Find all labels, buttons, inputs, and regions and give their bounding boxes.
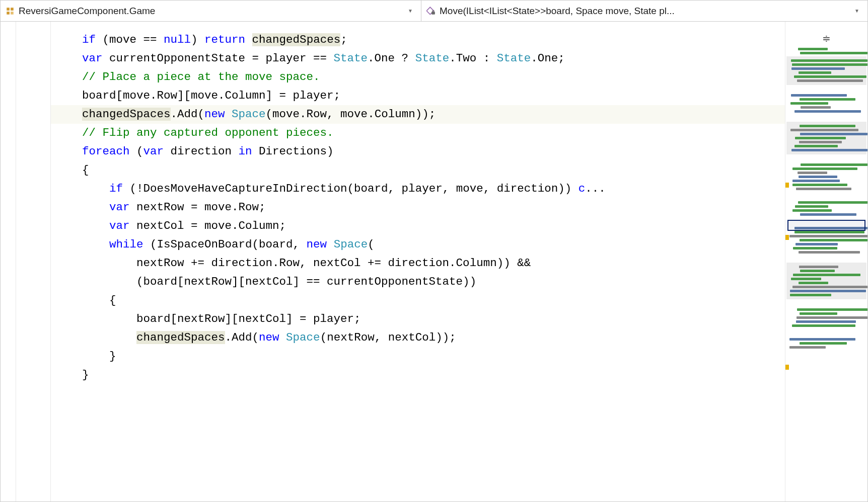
code-line[interactable]: if (!DoesMoveHaveCaptureInDirection(boar… <box>51 180 785 198</box>
minimap-block[interactable] <box>789 201 863 216</box>
minimap-block[interactable] <box>786 122 866 154</box>
chevron-down-icon[interactable]: ▼ <box>405 8 416 14</box>
change-marker <box>785 365 789 370</box>
code-line[interactable]: } <box>51 366 785 384</box>
split-handle-icon[interactable]: ≑ <box>785 31 867 46</box>
member-breadcrumb[interactable]: Move(IList<IList<State>>board, Space mov… <box>421 1 867 21</box>
minimap-viewport[interactable] <box>787 220 865 231</box>
code-line[interactable]: (board[nextRow][nextCol] == currentOppon… <box>51 273 785 291</box>
editor-container: if (move == null) return changedSpaces;v… <box>1 22 867 501</box>
editor-gutter[interactable] <box>1 22 51 501</box>
code-line[interactable]: { <box>51 291 785 310</box>
code-line[interactable]: } <box>51 347 785 366</box>
svg-rect-0 <box>7 8 10 11</box>
svg-rect-2 <box>7 12 10 15</box>
minimap-block[interactable] <box>789 308 863 327</box>
code-editor[interactable]: if (move == null) return changedSpaces;v… <box>51 22 785 501</box>
code-line[interactable]: changedSpaces.Add(new Space(move.Row, mo… <box>51 105 785 124</box>
change-marker <box>785 183 789 188</box>
minimap-block[interactable] <box>786 263 866 299</box>
svg-rect-1 <box>11 8 14 11</box>
code-line[interactable]: // Flip any captured opponent pieces. <box>51 124 785 142</box>
code-line[interactable]: board[nextRow][nextCol] = player; <box>51 310 785 328</box>
code-line[interactable]: var nextRow = move.Row; <box>51 198 785 217</box>
code-line[interactable]: { <box>51 161 785 180</box>
change-marker <box>785 235 789 240</box>
code-line[interactable]: foreach (var direction in Directions) <box>51 142 785 161</box>
minimap-scrollbar[interactable]: ≑ <box>785 22 867 501</box>
minimap-block[interactable] <box>789 163 863 190</box>
code-line[interactable]: nextRow += direction.Row, nextCol += dir… <box>51 254 785 273</box>
code-line[interactable]: changedSpaces.Add(new Space(nextRow, nex… <box>51 328 785 347</box>
method-private-icon <box>426 7 436 16</box>
minimap-block[interactable] <box>789 338 863 349</box>
minimap-block[interactable] <box>789 48 863 54</box>
code-line[interactable]: var nextCol = move.Column; <box>51 217 785 235</box>
class-icon <box>6 7 15 16</box>
code-line[interactable]: var currentOpponentState = player == Sta… <box>51 49 785 68</box>
navigation-bar: ReversiGameComponent.Game ▼ Move(IList<I… <box>1 1 867 22</box>
minimap-block[interactable] <box>789 94 863 113</box>
type-breadcrumb-text: ReversiGameComponent.Game <box>19 6 405 17</box>
svg-rect-3 <box>11 12 14 15</box>
code-line[interactable]: board[move.Row][move.Column] = player; <box>51 87 785 105</box>
member-breadcrumb-text: Move(IList<IList<State>>board, Space mov… <box>440 6 851 17</box>
code-line[interactable]: if (move == null) return changedSpaces; <box>51 31 785 49</box>
code-line[interactable]: // Place a piece at the move space. <box>51 68 785 87</box>
code-line[interactable]: while (IsSpaceOnBoard(board, new Space( <box>51 235 785 254</box>
chevron-down-icon[interactable]: ▼ <box>851 8 862 14</box>
minimap-block[interactable] <box>786 56 866 85</box>
type-breadcrumb[interactable]: ReversiGameComponent.Game ▼ <box>1 1 421 21</box>
